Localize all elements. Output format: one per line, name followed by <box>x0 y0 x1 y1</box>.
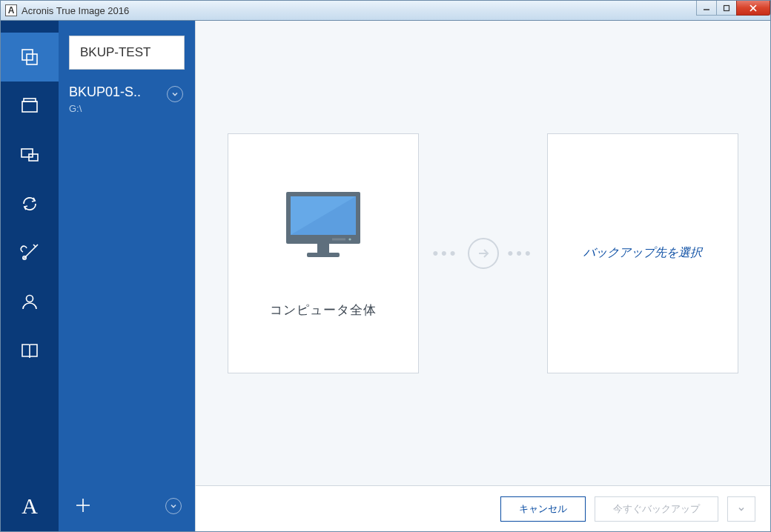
svg-point-12 <box>27 296 33 302</box>
backup-list-more[interactable] <box>165 498 182 514</box>
backup-now-button: 今すぐバックアップ <box>595 496 718 522</box>
backup-list-panel: BKUP-TEST BKUP01-S.. G:\ <box>59 21 195 531</box>
nav-archive[interactable] <box>1 82 59 130</box>
nav-rail: A <box>1 21 59 531</box>
svg-point-21 <box>349 238 351 240</box>
backup-selected-name: BKUP-TEST <box>80 45 150 59</box>
backup-now-dropdown <box>727 496 755 522</box>
main-content: コンピュータ全体 ••• ••• バックアップ先を選択 キャンセ <box>195 21 770 531</box>
backup-item-menu[interactable] <box>167 86 183 102</box>
svg-rect-8 <box>24 99 36 102</box>
close-button[interactable] <box>736 1 770 16</box>
nav-help[interactable] <box>1 326 59 375</box>
nav-tools[interactable] <box>1 228 59 277</box>
dots-left-icon: ••• <box>432 244 458 263</box>
workspace: A BKUP-TEST BKUP01-S.. G:\ <box>0 21 771 532</box>
nav-account[interactable] <box>1 277 59 326</box>
chevron-down-icon <box>167 86 183 102</box>
window-title: Acronis True Image 2016 <box>21 5 129 16</box>
maximize-button[interactable] <box>716 1 737 16</box>
cancel-button-label: キャンセル <box>519 502 567 516</box>
arrow-right-icon <box>468 238 499 269</box>
svg-rect-22 <box>332 239 345 241</box>
backup-now-label: 今すぐバックアップ <box>613 502 700 516</box>
brand-letter: A <box>21 493 38 519</box>
app-icon: A <box>5 4 17 16</box>
backup-list-item[interactable]: BKUP01-S.. G:\ <box>69 80 185 119</box>
destination-placeholder: バックアップ先を選択 <box>583 245 702 261</box>
backup-stage: コンピュータ全体 ••• ••• バックアップ先を選択 <box>196 21 770 485</box>
nav-refresh[interactable] <box>1 179 59 228</box>
monitor-icon <box>279 187 368 262</box>
svg-rect-1 <box>724 5 729 10</box>
nav-brand[interactable]: A <box>1 481 59 531</box>
footer-bar: キャンセル 今すぐバックアップ <box>196 485 770 531</box>
dots-right-icon: ••• <box>508 244 534 263</box>
arrow-indicator: ••• ••• <box>432 238 533 269</box>
svg-rect-20 <box>307 253 340 257</box>
source-label: コンピュータ全体 <box>270 302 377 319</box>
backup-item-path: G:\ <box>69 103 185 114</box>
chevron-down-icon <box>737 505 746 513</box>
backup-selected-card[interactable]: BKUP-TEST <box>69 36 185 70</box>
add-backup-button[interactable] <box>75 493 91 519</box>
window-controls <box>697 1 770 16</box>
backup-list-footer <box>59 481 195 531</box>
nav-sync[interactable] <box>1 130 59 179</box>
backup-item-name: BKUP01-S.. <box>69 84 165 100</box>
svg-rect-6 <box>22 102 37 112</box>
minimize-button[interactable] <box>696 1 717 16</box>
backup-destination-card[interactable]: バックアップ先を選択 <box>547 133 738 373</box>
svg-rect-19 <box>317 244 329 253</box>
cancel-button[interactable]: キャンセル <box>500 496 586 522</box>
chevron-down-icon <box>165 498 182 514</box>
svg-rect-4 <box>22 50 33 60</box>
nav-backup[interactable] <box>1 33 59 82</box>
svg-rect-5 <box>27 54 37 64</box>
titlebar: A Acronis True Image 2016 <box>0 0 771 21</box>
backup-source-card[interactable]: コンピュータ全体 <box>228 133 419 373</box>
svg-rect-9 <box>21 149 33 157</box>
